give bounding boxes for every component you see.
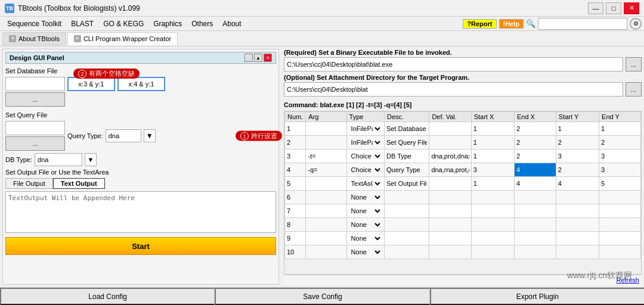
cell-endy-input[interactable] [601,232,639,244]
cell-defval-input[interactable] [431,219,469,231]
cell-startx-input[interactable] [473,205,512,217]
cell-startx[interactable] [471,218,514,232]
args-table-container[interactable]: Num. Arg Type Desc. Def. Val. Start X En… [284,111,642,275]
cell-startx[interactable] [471,136,514,150]
cell-arg[interactable] [306,204,346,218]
cell-starty-input[interactable] [558,136,597,148]
maximize-button[interactable]: □ [606,2,621,14]
export-plugin-button[interactable]: Export Plugin [430,288,644,305]
cell-arg[interactable] [306,245,346,259]
cell-starty-input[interactable] [558,246,597,258]
cell-endy-input[interactable] [601,246,639,258]
start-button[interactable]: Start [5,237,276,255]
type-select[interactable]: NoneInFilePathOutFilePathTextAsOutFilePa… [349,136,382,148]
cell-endx[interactable] [514,150,556,163]
cell-desc[interactable] [385,163,429,177]
cell-endx[interactable] [514,218,556,232]
cell-endy[interactable] [599,122,641,136]
cell-endx[interactable] [514,177,556,191]
cell-desc[interactable] [385,245,429,259]
cell-endy[interactable] [599,245,641,259]
cell-startx-input[interactable] [473,178,512,189]
cell-defval[interactable] [429,122,471,136]
cell-defval[interactable] [429,191,471,204]
cell-arg[interactable] [306,232,346,245]
cell-starty[interactable] [556,218,599,232]
type-select[interactable]: NoneInFilePathOutFilePathTextAsOutFilePa… [349,191,382,203]
cell-desc-input[interactable] [386,178,427,189]
cell-endx-input[interactable] [516,136,554,148]
cell-startx[interactable] [471,232,514,245]
cell-arg-input[interactable] [308,205,344,217]
tab-close-icon-0[interactable]: ✕ [9,35,16,42]
cell-startx-input[interactable] [473,219,512,231]
cell-starty[interactable] [556,204,599,218]
cell-startx-input[interactable] [473,164,512,176]
type-select[interactable]: NoneInFilePathOutFilePathTextAsOutFilePa… [349,246,382,258]
cell-defval-input[interactable] [431,232,469,244]
db-type-dropdown[interactable]: ▼ [85,153,97,166]
type-select[interactable]: NoneInFilePathOutFilePathTextAsOutFilePa… [349,219,382,231]
db-browse-btn[interactable]: ... [5,92,65,107]
cell-endy-input[interactable] [601,123,639,135]
tab-cli-wrapper[interactable]: ✕ CLI Program Wrapper Creator [67,32,178,45]
cell-arg-input[interactable] [308,150,344,162]
cell-arg[interactable] [306,177,346,191]
cell-type[interactable]: NoneInFilePathOutFilePathTextAsOutFilePa… [346,177,384,191]
cell-defval[interactable] [429,232,471,245]
cell-startx-input[interactable] [473,123,512,135]
cell-starty-input[interactable] [558,219,597,231]
panel-max-btn[interactable]: ▲ [254,54,262,62]
cell-desc[interactable] [385,232,429,245]
cell-endx-input[interactable] [516,123,554,135]
cell-endy[interactable] [599,136,641,150]
query-type-input[interactable] [106,129,141,142]
cell-arg-input[interactable] [308,191,344,203]
cell-endy-input[interactable] [601,164,639,176]
cell-endx[interactable] [514,245,556,259]
cell-desc-input[interactable] [386,150,427,162]
cell-type[interactable]: NoneInFilePathOutFilePathTextAsOutFilePa… [346,245,384,259]
cell-desc-input[interactable] [386,191,427,203]
cell-desc[interactable] [385,177,429,191]
cell-desc[interactable] [385,191,429,204]
cell-type[interactable]: NoneInFilePathOutFilePathTextAsOutFilePa… [346,122,384,136]
menu-blast[interactable]: BLAST [66,18,98,29]
cell-defval-input[interactable] [431,123,469,135]
cell-endx-input[interactable] [516,219,554,231]
cell-startx-input[interactable] [473,191,512,203]
cell-defval[interactable] [429,218,471,232]
cell-type[interactable]: NoneInFilePathOutFilePathTextAsOutFilePa… [346,218,384,232]
cell-desc-input[interactable] [386,232,427,244]
cell-endx[interactable] [514,136,556,150]
help-button[interactable]: !Help [499,19,524,29]
cell-arg[interactable] [306,163,346,177]
panel-close-btn[interactable]: ✕ [264,54,272,62]
cell-endx[interactable] [514,122,556,136]
type-select[interactable]: NoneInFilePathOutFilePathTextAsOutFilePa… [349,205,382,217]
cell-endx[interactable] [514,191,556,204]
cell-endx-input[interactable] [516,191,554,203]
query-browse-btn[interactable]: ... [5,136,65,151]
cell-endy-input[interactable] [601,205,639,217]
db-file-input[interactable] [5,77,65,91]
cell-desc-input[interactable] [386,164,427,176]
cell-defval[interactable] [429,150,471,163]
type-select[interactable]: NoneInFilePathOutFilePathTextAsOutFilePa… [349,123,382,135]
cell-defval-input[interactable] [431,150,469,162]
cell-starty[interactable] [556,245,599,259]
cell-endy[interactable] [599,204,641,218]
save-config-button[interactable]: Save Config [215,288,429,305]
cell-starty[interactable] [556,177,599,191]
menu-graphics[interactable]: Graphics [148,18,187,29]
cell-startx[interactable] [471,204,514,218]
file-output-btn[interactable]: File Output [5,178,53,189]
cell-desc[interactable] [385,122,429,136]
cell-starty-input[interactable] [558,164,597,176]
cell-endx-input[interactable] [516,205,554,217]
cell-defval[interactable] [429,163,471,177]
cell-arg-input[interactable] [308,246,344,258]
cell-endy-input[interactable] [601,136,639,148]
text-output-btn[interactable]: Text Output [53,178,105,189]
cell-defval[interactable] [429,177,471,191]
